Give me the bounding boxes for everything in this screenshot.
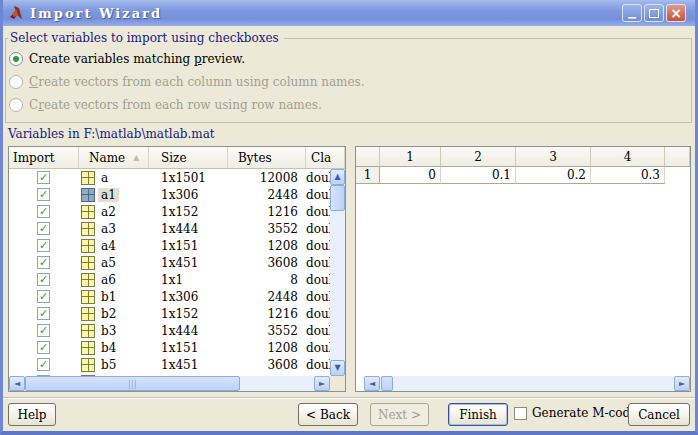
table-row[interactable]: ✓b51x4513608doul (9, 356, 330, 373)
preview-column-header[interactable]: 1 (380, 147, 441, 167)
import-checkbox[interactable]: ✓ (37, 324, 50, 337)
horizontal-scrollbar-thumb[interactable] (25, 376, 240, 391)
preview-horizontal-scrollbar[interactable]: ◄ ► (364, 376, 690, 391)
class-cell: doul (306, 356, 330, 373)
check-icon: ✓ (39, 342, 48, 353)
check-icon: ✓ (39, 189, 48, 200)
column-header-size[interactable]: Size (149, 147, 228, 168)
vertical-scrollbar-thumb[interactable] (330, 185, 345, 211)
help-button[interactable]: Help (8, 403, 56, 426)
scroll-left-button[interactable]: ◄ (9, 376, 25, 391)
variables-panel: ImportName▲SizeBytesCla ✓a1x150112008dou… (8, 146, 346, 392)
scroll-left-button[interactable]: ◄ (364, 376, 380, 391)
table-row[interactable]: ✓a61x18doul (9, 271, 330, 288)
generate-mcode-checkbox[interactable] (514, 407, 527, 420)
matrix-variable-icon (81, 239, 95, 253)
size-cell: 1x152 (149, 305, 228, 322)
minimize-button[interactable]: ▁ (622, 4, 642, 22)
size-cell: 1x1501 (149, 169, 228, 186)
maximize-button[interactable] (644, 4, 664, 22)
class-cell: doul (306, 288, 330, 305)
radio-create-vectors-columns[interactable]: Create vectors from each column using co… (9, 70, 669, 93)
table-row[interactable]: ✓b21x1521216doul (9, 305, 330, 322)
table-row[interactable]: ✓a51x4513608doul (9, 254, 330, 271)
matrix-variable-icon (81, 290, 95, 304)
preview-corner-cell (356, 147, 380, 167)
class-cell: doul (306, 339, 330, 356)
next-button[interactable]: Next > (370, 403, 429, 426)
import-checkbox[interactable]: ✓ (37, 256, 50, 269)
scrollbar-corner (330, 376, 345, 391)
variable-name: a5 (98, 256, 119, 270)
option-text-underlined: C (29, 75, 38, 89)
variables-vertical-scrollbar[interactable]: ▲ ▼ (330, 169, 345, 376)
import-checkbox[interactable]: ✓ (37, 239, 50, 252)
table-row[interactable]: ✓a1x150112008doul (9, 169, 330, 186)
variable-name: a1 (98, 188, 119, 202)
column-header-import[interactable]: Import (9, 147, 79, 168)
table-row[interactable]: ✓b31x4443552doul (9, 322, 330, 339)
radio-create-matching-preview[interactable]: Create variables matching preview. (9, 47, 669, 70)
import-checkbox[interactable]: ✓ (37, 358, 50, 371)
import-checkbox[interactable]: ✓ (37, 273, 50, 286)
horizontal-scrollbar-thumb[interactable] (381, 376, 393, 391)
preview-cell: 0 (380, 167, 441, 184)
titlebar[interactable]: Import Wizard ▁ × (3, 0, 695, 26)
name-cell: a1 (79, 186, 149, 203)
matrix-variable-icon (81, 205, 95, 219)
table-row[interactable]: ✓a31x4443552doul (9, 220, 330, 237)
table-row[interactable]: ✓a11x3062448doul (9, 186, 330, 203)
window-title: Import Wizard (30, 6, 162, 21)
variable-name: b3 (98, 324, 119, 338)
size-cell: 1x151 (149, 339, 228, 356)
table-row[interactable]: ✓a21x1521216doul (9, 203, 330, 220)
bytes-cell: 3552 (228, 220, 306, 237)
table-row[interactable]: ✓b11x3062448doul (9, 288, 330, 305)
import-cell: ✓ (9, 356, 79, 373)
cancel-button[interactable]: Cancel (628, 403, 690, 426)
table-row[interactable]: ✓b41x1511208doul (9, 339, 330, 356)
column-header-name[interactable]: Name▲ (79, 147, 149, 168)
column-header-cla[interactable]: Cla (306, 147, 345, 168)
import-checkbox[interactable]: ✓ (37, 341, 50, 354)
column-header-label: Cla (311, 151, 331, 165)
import-checkbox[interactable]: ✓ (37, 222, 50, 235)
preview-column-header[interactable]: 4 (591, 147, 665, 167)
close-button[interactable]: × (666, 4, 686, 22)
table-row[interactable]: ✓a41x1511208doul (9, 237, 330, 254)
column-header-bytes[interactable]: Bytes (228, 147, 306, 168)
class-cell: doul (306, 203, 330, 220)
import-checkbox[interactable]: ✓ (37, 290, 50, 303)
radio-selected-icon[interactable] (9, 52, 23, 66)
preview-cell: 0.3 (591, 167, 665, 184)
radio-create-vectors-rows[interactable]: Create vectors from each row using row n… (9, 93, 669, 116)
column-header-label: Size (161, 151, 186, 165)
back-button[interactable]: < Back (298, 403, 358, 426)
preview-column-header[interactable]: 2 (441, 147, 516, 167)
scroll-right-button[interactable]: ► (314, 376, 330, 391)
import-checkbox[interactable]: ✓ (37, 205, 50, 218)
import-checkbox[interactable]: ✓ (37, 188, 50, 201)
variable-name: b5 (98, 358, 119, 372)
class-cell: doul (306, 169, 330, 186)
check-icon: ✓ (39, 291, 48, 302)
preview-column-header[interactable]: 3 (516, 147, 591, 167)
check-icon: ✓ (39, 240, 48, 251)
name-cell: b5 (79, 356, 149, 373)
scroll-right-button[interactable]: ► (674, 376, 690, 391)
matrix-variable-icon (81, 307, 95, 321)
import-checkbox[interactable]: ✓ (37, 307, 50, 320)
radio-icon[interactable] (9, 75, 23, 89)
scroll-up-button[interactable]: ▲ (330, 169, 345, 185)
name-cell: a (79, 169, 149, 186)
finish-button[interactable]: Finish (448, 403, 508, 426)
check-icon: ✓ (39, 257, 48, 268)
scroll-down-button[interactable]: ▼ (330, 360, 345, 376)
class-cell: doul (306, 186, 330, 203)
size-cell: 1x444 (149, 220, 228, 237)
import-checkbox[interactable]: ✓ (37, 171, 50, 184)
radio-icon[interactable] (9, 98, 23, 112)
name-cell: a2 (79, 203, 149, 220)
variables-horizontal-scrollbar[interactable]: ◄ ► (9, 376, 330, 391)
minimize-icon: ▁ (628, 8, 636, 18)
